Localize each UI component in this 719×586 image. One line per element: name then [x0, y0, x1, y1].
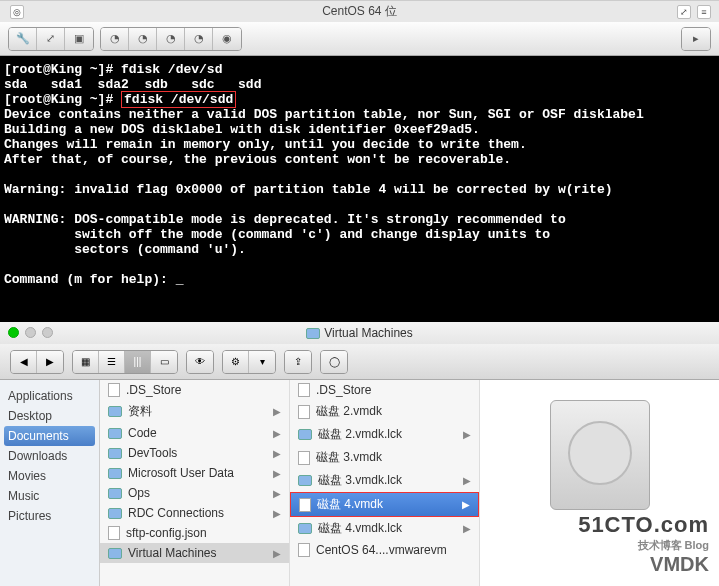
- quicklook-button[interactable]: 👁: [187, 351, 213, 373]
- folder-icon: [306, 328, 320, 339]
- sidebar-item-desktop[interactable]: Desktop: [0, 406, 99, 426]
- folder-icon: [298, 475, 312, 486]
- tool-disk2-icon[interactable]: ◔: [129, 28, 157, 50]
- list-item[interactable]: .DS_Store: [290, 380, 479, 400]
- tool-disk1-icon[interactable]: ◔: [101, 28, 129, 50]
- list-item[interactable]: .DS_Store: [100, 380, 289, 400]
- tool-disk4-icon[interactable]: ◔: [185, 28, 213, 50]
- sidebar-item-pictures[interactable]: Pictures: [0, 506, 99, 526]
- list-item[interactable]: 磁盘 4.vmdk▶: [290, 492, 479, 517]
- expand-icon[interactable]: ⤢: [677, 5, 691, 19]
- vm-toolbar: 🔧 ⤢ ▣ ◔ ◔ ◔ ◔ ◉ ▸: [0, 22, 719, 56]
- item-label: CentOS 64....vmwarevm: [316, 543, 447, 557]
- file-icon: [298, 383, 310, 397]
- chevron-right-icon: ▶: [273, 548, 281, 559]
- nav-fwd-button[interactable]: ▶: [37, 351, 63, 373]
- tool-fullscreen-icon[interactable]: ⤢: [37, 28, 65, 50]
- view-list-button[interactable]: ☰: [99, 351, 125, 373]
- file-icon: [108, 383, 120, 397]
- folder-icon: [298, 523, 312, 534]
- item-label: 磁盘 3.vmdk: [316, 449, 382, 466]
- item-label: 磁盘 4.vmdk.lck: [318, 520, 402, 537]
- list-item[interactable]: 资料▶: [100, 400, 289, 423]
- sidebar-item-documents[interactable]: Documents: [4, 426, 95, 446]
- window-titlebar: ◎ CentOS 64 位 ⤢ ≡: [0, 0, 719, 22]
- chevron-right-icon: ▶: [273, 488, 281, 499]
- sidebar-item-applications[interactable]: Applications: [0, 386, 99, 406]
- tool-cd-icon[interactable]: ◉: [213, 28, 241, 50]
- finder-toolbar: ◀ ▶ ▦ ☰ ||| ▭ 👁 ⚙ ▾ ⇪ ◯: [0, 344, 719, 380]
- chevron-right-icon: ▶: [462, 499, 470, 510]
- list-item[interactable]: Virtual Machines▶: [100, 543, 289, 563]
- centos-icon: ◎: [10, 5, 24, 19]
- sidebar-item-music[interactable]: Music: [0, 486, 99, 506]
- chevron-right-icon: ▶: [273, 406, 281, 417]
- folder-icon: [108, 488, 122, 499]
- menu-icon[interactable]: ≡: [697, 5, 711, 19]
- chevron-right-icon: ▶: [463, 429, 471, 440]
- finder-column-1: .DS_Store资料▶Code▶DevTools▶Microsoft User…: [100, 380, 290, 586]
- list-item[interactable]: 磁盘 2.vmdk: [290, 400, 479, 423]
- item-label: 磁盘 3.vmdk.lck: [318, 472, 402, 489]
- chevron-right-icon: ▶: [273, 428, 281, 439]
- tags-button[interactable]: ◯: [321, 351, 347, 373]
- sidebar-item-movies[interactable]: Movies: [0, 466, 99, 486]
- list-item[interactable]: 磁盘 2.vmdk.lck▶: [290, 423, 479, 446]
- item-label: 磁盘 2.vmdk: [316, 403, 382, 420]
- watermark: 51CTO.com 技术博客 Blog VMDK: [578, 512, 709, 576]
- chevron-right-icon: ▶: [463, 475, 471, 486]
- view-icon-button[interactable]: ▦: [73, 351, 99, 373]
- list-item[interactable]: CentOS 64....vmwarevm: [290, 540, 479, 560]
- folder-icon: [108, 508, 122, 519]
- item-label: Virtual Machines: [128, 546, 217, 560]
- list-item[interactable]: RDC Connections▶: [100, 503, 289, 523]
- file-icon: [108, 526, 120, 540]
- traffic-max[interactable]: [42, 327, 53, 338]
- item-label: .DS_Store: [316, 383, 371, 397]
- tool-right-icon[interactable]: ▸: [682, 28, 710, 50]
- action-button[interactable]: ⚙: [223, 351, 249, 373]
- file-icon: [299, 498, 311, 512]
- nav-back-button[interactable]: ◀: [11, 351, 37, 373]
- list-item[interactable]: 磁盘 3.vmdk: [290, 446, 479, 469]
- vmdk-preview-icon: [550, 400, 650, 510]
- item-label: .DS_Store: [126, 383, 181, 397]
- list-item[interactable]: Code▶: [100, 423, 289, 443]
- view-column-button[interactable]: |||: [125, 351, 151, 373]
- sidebar-item-downloads[interactable]: Downloads: [0, 446, 99, 466]
- file-icon: [298, 543, 310, 557]
- file-icon: [298, 451, 310, 465]
- list-item[interactable]: Microsoft User Data▶: [100, 463, 289, 483]
- traffic-close[interactable]: [8, 327, 19, 338]
- highlighted-command: fdisk /dev/sdd: [121, 91, 236, 108]
- item-label: Ops: [128, 486, 150, 500]
- chevron-right-icon: ▶: [463, 523, 471, 534]
- item-label: DevTools: [128, 446, 177, 460]
- list-item[interactable]: DevTools▶: [100, 443, 289, 463]
- item-label: sftp-config.json: [126, 526, 207, 540]
- folder-icon: [108, 468, 122, 479]
- traffic-min[interactable]: [25, 327, 36, 338]
- tool-disk3-icon[interactable]: ◔: [157, 28, 185, 50]
- item-label: 磁盘 2.vmdk.lck: [318, 426, 402, 443]
- view-cover-button[interactable]: ▭: [151, 351, 177, 373]
- finder-titlebar: Virtual Machines: [0, 322, 719, 344]
- tool-snapshot-icon[interactable]: ▣: [65, 28, 93, 50]
- list-item[interactable]: 磁盘 4.vmdk.lck▶: [290, 517, 479, 540]
- action-menu-button[interactable]: ▾: [249, 351, 275, 373]
- folder-icon: [108, 428, 122, 439]
- list-item[interactable]: Ops▶: [100, 483, 289, 503]
- tool-settings-icon[interactable]: 🔧: [9, 28, 37, 50]
- list-item[interactable]: sftp-config.json: [100, 523, 289, 543]
- finder-column-2: .DS_Store磁盘 2.vmdk磁盘 2.vmdk.lck▶磁盘 3.vmd…: [290, 380, 480, 586]
- item-label: 资料: [128, 403, 152, 420]
- item-label: 磁盘 4.vmdk: [317, 496, 383, 513]
- terminal[interactable]: [root@King ~]# fdisk /dev/sd sda sda1 sd…: [0, 56, 719, 324]
- list-item[interactable]: 磁盘 3.vmdk.lck▶: [290, 469, 479, 492]
- folder-icon: [108, 406, 122, 417]
- finder-sidebar: ApplicationsDesktopDocumentsDownloadsMov…: [0, 380, 100, 586]
- folder-icon: [108, 448, 122, 459]
- share-button[interactable]: ⇪: [285, 351, 311, 373]
- chevron-right-icon: ▶: [273, 448, 281, 459]
- item-label: Microsoft User Data: [128, 466, 234, 480]
